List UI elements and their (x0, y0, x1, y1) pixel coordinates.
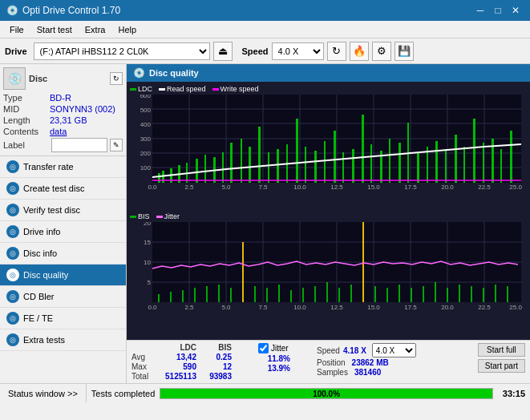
read-speed-legend-item: Read speed (159, 85, 206, 93)
drive-select[interactable]: (F:) ATAPI iHBS112 2 CL0K (34, 42, 210, 60)
disc-label-input[interactable] (51, 138, 107, 152)
jitter-stats: Jitter 11.8% 13.9% (258, 343, 290, 373)
nav-disc-info-label: Disc info (23, 248, 57, 258)
bis-chart-container: BIS Jitter (130, 212, 527, 337)
nav-transfer-rate-label: Transfer rate (23, 162, 74, 172)
menu-extra[interactable]: Extra (79, 23, 112, 36)
svg-rect-46 (196, 159, 198, 183)
save-button[interactable]: 💾 (394, 42, 414, 61)
disc-info-icon: ◎ (6, 247, 19, 260)
ldc-chart-svg: 600 500 400 300 200 100 18X 16X 14X 12X … (130, 95, 523, 191)
title-bar: 💿 Opti Drive Control 1.70 ─ □ ✕ (0, 0, 530, 21)
nav-transfer-rate[interactable]: ◎ Transfer rate (0, 156, 126, 178)
nav-extra-tests[interactable]: ◎ Extra tests (0, 329, 126, 351)
jitter-legend-item: Jitter (156, 212, 180, 220)
svg-text:0.0: 0.0 (148, 304, 157, 310)
speed-label: Speed (242, 46, 269, 56)
settings-button[interactable]: ⚙ (372, 42, 391, 61)
svg-text:22.5: 22.5 (478, 184, 491, 191)
nav-disc-quality[interactable]: ◎ Disc quality (0, 265, 126, 286)
bis-legend-item: BIS (130, 212, 150, 220)
avg-label: Avg (131, 353, 157, 361)
time-display: 33:15 (498, 389, 530, 398)
svg-text:12.5: 12.5 (330, 184, 343, 191)
nav-verify-test-disc-label: Verify test disc (23, 205, 80, 215)
drive-info-icon: ◎ (6, 225, 19, 238)
svg-rect-140 (471, 286, 472, 302)
avg-bis-value: 0.25 (200, 353, 232, 361)
jitter-checkbox[interactable] (258, 343, 269, 353)
menu-file[interactable]: File (3, 23, 30, 36)
svg-text:25.0 GB: 25.0 GB (509, 184, 523, 191)
menu-help[interactable]: Help (111, 23, 143, 36)
svg-rect-68 (399, 143, 401, 183)
maximize-button[interactable]: □ (490, 3, 506, 18)
progress-text: 100.0% (313, 389, 340, 398)
avg-ldc-value: 13,42 (160, 353, 196, 361)
svg-rect-76 (473, 119, 475, 183)
svg-rect-60 (324, 141, 326, 183)
refresh-button[interactable]: ↻ (327, 42, 346, 61)
disc-label-text: Disc (29, 74, 47, 83)
disc-refresh-button[interactable]: ↻ (110, 72, 123, 85)
minimize-button[interactable]: ─ (472, 3, 488, 18)
svg-rect-119 (218, 285, 220, 302)
svg-text:100: 100 (140, 164, 152, 172)
start-full-button[interactable]: Start full (478, 343, 525, 357)
bis-chart-svg: 20 15 10 5 20% 16% 12% 8% 4% 0.0 2.5 5.0… (130, 222, 523, 310)
speed-select[interactable]: 4.0 X (272, 42, 324, 60)
svg-text:7.5: 7.5 (258, 184, 268, 191)
jitter-checkbox-row: Jitter (258, 343, 290, 353)
nav-disc-info[interactable]: ◎ Disc info (0, 243, 126, 265)
nav-cd-bler[interactable]: ◎ CD Bler (0, 286, 126, 308)
svg-rect-64 (362, 115, 364, 183)
start-part-button[interactable]: Start part (478, 359, 525, 373)
svg-rect-59 (314, 151, 317, 183)
svg-rect-50 (230, 143, 233, 183)
ldc-legend-item: LDC (130, 85, 152, 93)
svg-text:7.5: 7.5 (258, 304, 268, 310)
jitter-legend-dot (156, 216, 163, 218)
svg-rect-133 (386, 288, 388, 302)
disc-type-label: Type (3, 93, 50, 103)
total-ldc-value: 5125113 (160, 372, 196, 381)
nav-create-test-disc[interactable]: ◎ Create test disc (0, 178, 126, 200)
svg-rect-73 (445, 149, 447, 183)
nav-fe-te-label: FE / TE (23, 313, 53, 323)
close-button[interactable]: ✕ (508, 3, 524, 18)
disc-panel: 💿 Disc ↻ Type BD-R MID SONYNN3 (002) Len… (0, 64, 126, 156)
disc-label-edit-button[interactable]: ✎ (110, 139, 123, 151)
stats-bar: LDC BIS Avg 13,42 0.25 Max 590 12 Total … (127, 340, 530, 383)
app-title-text: Opti Drive Control 1.70 (22, 5, 120, 16)
nav-drive-info-label: Drive info (23, 227, 60, 236)
svg-rect-62 (342, 152, 344, 183)
svg-rect-137 (435, 282, 436, 302)
svg-rect-122 (254, 286, 256, 302)
svg-text:10: 10 (144, 259, 151, 266)
bis-chart-legend: BIS Jitter (130, 212, 527, 220)
disc-contents-value[interactable]: data (50, 127, 67, 136)
nav-drive-info[interactable]: ◎ Drive info (0, 221, 126, 243)
svg-text:12.5: 12.5 (330, 304, 343, 310)
status-window-button[interactable]: Status window >> (0, 384, 87, 402)
svg-rect-127 (314, 286, 316, 302)
bis-legend-dot (130, 216, 136, 218)
speed-select-stat[interactable]: 4.0 X (372, 343, 416, 357)
menu-start-test[interactable]: Start test (30, 23, 79, 36)
ldc-chart-container: LDC Read speed Write speed (130, 85, 527, 209)
nav-verify-test-disc[interactable]: ◎ Verify test disc (0, 200, 126, 221)
svg-text:10.0: 10.0 (293, 304, 306, 310)
svg-text:500: 500 (140, 107, 152, 114)
burn-button[interactable]: 🔥 (350, 42, 369, 61)
svg-rect-49 (222, 152, 224, 183)
eject-button[interactable]: ⏏ (213, 42, 233, 61)
svg-text:2.5: 2.5 (184, 184, 194, 191)
svg-rect-55 (277, 149, 279, 183)
svg-rect-130 (350, 285, 352, 302)
svg-rect-114 (158, 294, 160, 302)
svg-text:2.5: 2.5 (184, 304, 194, 310)
disc-contents-row: Contents data (3, 127, 123, 136)
avg-jitter-row: 11.8% (258, 354, 290, 363)
svg-text:20: 20 (144, 222, 151, 227)
nav-fe-te[interactable]: ◎ FE / TE (0, 308, 126, 329)
